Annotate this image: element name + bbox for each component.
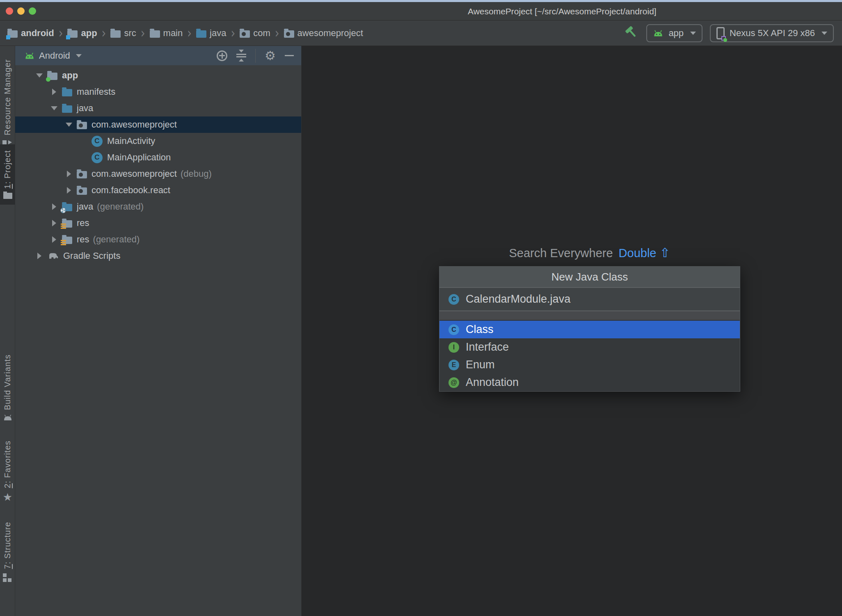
tool-window-project[interactable]: 1: Project: [0, 144, 15, 205]
device-select[interactable]: Nexus 5X API 29 x86: [710, 24, 834, 42]
tree-item-mainapplication[interactable]: C MainApplication: [15, 149, 301, 166]
breadcrumb-item-awesomeproject[interactable]: awesomeproject: [284, 28, 363, 39]
project-folder-icon: [3, 193, 12, 199]
hide-panel-icon[interactable]: [285, 55, 294, 56]
gradle-elephant-icon: [47, 252, 59, 260]
editor-area: Search EverywhereDouble⇧ New Java Class …: [302, 46, 842, 616]
tree-item-suffix: (generated): [97, 201, 144, 212]
device-label: Nexus 5X API 29 x86: [730, 28, 815, 39]
android-icon: [24, 52, 35, 59]
project-label: 1: Project: [3, 150, 12, 189]
breadcrumb-item-main[interactable]: main: [150, 28, 183, 39]
chevron-right-icon[interactable]: [35, 253, 44, 259]
chevron-down-icon[interactable]: [50, 106, 59, 110]
header-divider: [255, 49, 256, 63]
build-variants-robot-icon: [3, 414, 13, 421]
tool-window-resource-manager[interactable]: Resource Manager: [0, 59, 15, 150]
module-folder-icon: [67, 30, 78, 38]
tree-item-suffix: (debug): [181, 169, 212, 179]
module-folder-icon: [7, 30, 18, 38]
chevron-right-icon[interactable]: [64, 171, 73, 177]
generated-source-folder-icon: [62, 204, 72, 211]
breadcrumb-item-app[interactable]: app: [67, 28, 97, 39]
chevron-down-icon[interactable]: [64, 123, 73, 127]
editor-empty-hint: Search EverywhereDouble⇧: [439, 245, 740, 260]
maximize-window-button[interactable]: [29, 7, 36, 15]
breadcrumb-separator: ›: [275, 25, 279, 41]
tree-item-com-awesomeproject[interactable]: com.awesomeproject: [15, 116, 301, 133]
titlebar: AwesomeProject [~/src/AwesomeProject/and…: [0, 2, 842, 21]
option-class[interactable]: C Class: [439, 321, 740, 338]
tree-item-res-generated[interactable]: res (generated): [15, 231, 301, 248]
chevron-right-icon[interactable]: [50, 89, 59, 95]
breadcrumb-separator: ›: [231, 25, 235, 41]
tool-window-favorites[interactable]: 2: Favorites ★: [0, 440, 15, 502]
gear-icon[interactable]: ⚙: [265, 50, 276, 62]
option-interface[interactable]: I Interface: [439, 338, 740, 356]
tree-item-com-awesomeproject-debug[interactable]: com.awesomeproject (debug): [15, 166, 301, 182]
class-name-input[interactable]: C CalendarModule.java: [439, 288, 740, 311]
tree-item-com-facebook-react[interactable]: com.facebook.react: [15, 182, 301, 198]
class-icon: C: [448, 324, 459, 335]
breadcrumb-item-com[interactable]: com: [240, 28, 270, 39]
chevron-down-icon: [76, 54, 82, 57]
run-configuration-select[interactable]: app: [646, 24, 702, 42]
class-icon: C: [92, 152, 103, 163]
tree-item-app[interactable]: app: [15, 67, 301, 84]
class-icon: C: [448, 294, 459, 305]
chevron-right-icon[interactable]: [50, 203, 59, 210]
project-panel-header: Android ⚙: [15, 46, 301, 65]
chevron-down-icon: [821, 32, 827, 35]
breadcrumb-item-src[interactable]: src: [110, 28, 136, 39]
source-folder-icon: [196, 30, 206, 38]
breadcrumb-item-java[interactable]: java: [196, 28, 226, 39]
chevron-down-icon: [690, 32, 696, 35]
tree-item-suffix: (generated): [93, 234, 140, 245]
tree-item-res[interactable]: res: [15, 215, 301, 231]
minimize-window-button[interactable]: [17, 7, 25, 15]
tree-item-java-generated[interactable]: java (generated): [15, 198, 301, 215]
tool-window-structure[interactable]: 7: Structure: [0, 522, 15, 582]
folder-icon: [150, 30, 160, 38]
chevron-down-icon[interactable]: [35, 73, 44, 78]
tree-item-gradle-scripts[interactable]: Gradle Scripts: [15, 248, 301, 264]
tool-window-bar-left: Resource Manager 1: Project Build Varian…: [0, 46, 15, 616]
locate-file-icon[interactable]: [217, 50, 227, 61]
source-folder-icon: [62, 89, 72, 96]
package-icon: [284, 30, 294, 38]
build-variants-label: Build Variants: [3, 354, 12, 410]
chevron-right-icon[interactable]: [50, 220, 59, 226]
package-icon: [240, 30, 250, 38]
favorites-label: 2: Favorites: [3, 440, 12, 488]
option-annotation[interactable]: @ Annotation: [439, 374, 740, 391]
structure-icon: [3, 573, 13, 582]
tool-window-build-variants[interactable]: Build Variants: [0, 354, 15, 421]
package-icon: [77, 171, 87, 178]
tree-item-manifests[interactable]: manifests: [15, 84, 301, 100]
tree-item-java[interactable]: java: [15, 100, 301, 116]
chevron-right-icon[interactable]: [64, 187, 73, 194]
device-phone-icon: [716, 27, 725, 39]
structure-label: 7: Structure: [3, 522, 12, 569]
option-enum[interactable]: E Enum: [439, 356, 740, 374]
enum-icon: E: [448, 360, 459, 370]
breadcrumb-separator: ›: [59, 25, 63, 41]
breadcrumb-item-android[interactable]: android: [7, 28, 54, 39]
chevron-right-icon[interactable]: [50, 236, 59, 243]
breadcrumb-separator: ›: [141, 25, 145, 41]
window-title: AwesomeProject [~/src/AwesomeProject/and…: [468, 2, 657, 21]
tree-item-mainactivity[interactable]: C MainActivity: [15, 133, 301, 149]
annotation-icon: @: [448, 377, 459, 388]
navigation-bar: android › app › src › main › java ›: [0, 21, 842, 46]
close-window-button[interactable]: [6, 7, 13, 15]
collapse-all-icon[interactable]: [236, 50, 246, 62]
build-hammer-icon[interactable]: [624, 25, 639, 41]
run-toolbar: app Nexus 5X API 29 x86: [624, 24, 834, 42]
resource-folder-icon: [62, 220, 72, 228]
new-java-class-popup: New Java Class C CalendarModule.java C C…: [439, 266, 740, 392]
breadcrumb-separator: ›: [187, 25, 192, 41]
resource-manager-label: Resource Manager: [3, 59, 12, 135]
shift-key-icon: ⇧: [659, 245, 670, 260]
project-view-selector[interactable]: Android: [24, 50, 82, 61]
module-folder-icon: [47, 73, 57, 80]
